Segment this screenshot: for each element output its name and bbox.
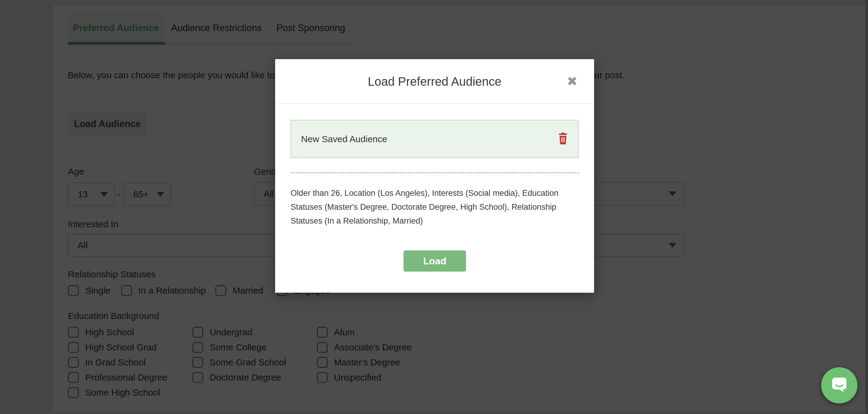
audience-description: Older than 26, Location (Los Angeles), I…: [290, 186, 581, 228]
saved-audience-item[interactable]: New Saved Audience: [290, 120, 579, 158]
trash-icon[interactable]: [558, 132, 568, 146]
saved-audience-name: New Saved Audience: [301, 134, 387, 144]
chat-bubble-smile-icon: [828, 373, 851, 398]
modal-title: Load Preferred Audience: [275, 59, 594, 104]
description-line: Statuses (In a Relationship, Married): [290, 214, 581, 228]
description-line: Statuses (Master's Degree, Doctorate Deg…: [290, 200, 581, 214]
load-button[interactable]: Load: [403, 250, 466, 272]
description-line: Older than 26, Location (Los Angeles), I…: [290, 186, 581, 200]
modal-header: Load Preferred Audience ✖: [275, 59, 594, 104]
dashed-divider: [290, 172, 579, 173]
screen: Preferred Audience Audience Restrictions…: [0, 0, 868, 414]
load-button-label: Load: [423, 255, 446, 267]
close-icon[interactable]: ✖: [567, 59, 578, 104]
load-preferred-audience-modal: Load Preferred Audience ✖ New Saved Audi…: [275, 59, 594, 293]
chat-launcher[interactable]: [821, 367, 858, 404]
